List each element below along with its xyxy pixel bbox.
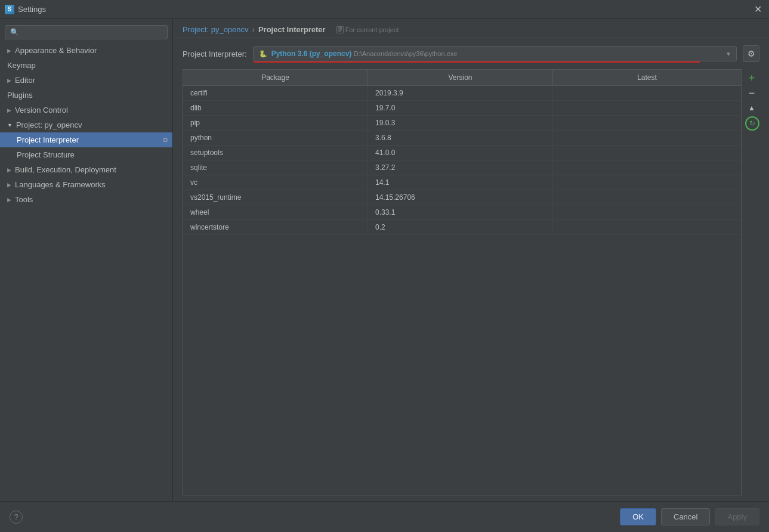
cell-package: sqlite [183, 160, 368, 175]
sidebar-item-plugins[interactable]: Plugins [0, 88, 172, 103]
cell-latest [553, 205, 741, 219]
arrow-icon: ▶ [7, 182, 11, 188]
interpreter-row: Project Interpreter: 🐍 Python 3.6 (py_op… [173, 38, 769, 69]
sidebar-item-label: Tools [15, 195, 33, 204]
cell-latest [553, 220, 741, 234]
cell-version: 41.0.0 [368, 146, 553, 160]
table-row[interactable]: setuptools 41.0.0 [183, 146, 741, 160]
add-package-button[interactable]: + [745, 72, 758, 85]
cell-version: 3.27.2 [368, 160, 553, 175]
table-row[interactable]: wheel 0.33.1 [183, 205, 741, 220]
tag-icon: 🗐 [336, 26, 344, 33]
arrow-icon: ▶ [7, 197, 11, 203]
col-latest: Latest [553, 70, 741, 85]
cell-latest [553, 175, 741, 190]
table-row[interactable]: wincertstore 0.2 [183, 220, 741, 235]
cell-latest [553, 101, 741, 115]
table-row[interactable]: vc 14.1 [183, 175, 741, 190]
sidebar-item-label: Languages & Frameworks [15, 180, 106, 189]
cell-version: 0.2 [368, 220, 553, 234]
sidebar-item-languages[interactable]: ▶ Languages & Frameworks ⧉ [0, 177, 172, 192]
table-row[interactable]: vs2015_runtime 14.15.26706 [183, 190, 741, 205]
bottom-left: ? [10, 511, 23, 524]
cell-version: 19.0.3 [368, 116, 553, 130]
cell-package: vs2015_runtime [183, 190, 368, 205]
apply-button[interactable]: Apply [715, 508, 759, 525]
search-box[interactable]: 🔍 [5, 25, 168, 39]
help-button[interactable]: ? [10, 511, 23, 524]
cell-latest [553, 131, 741, 145]
breadcrumb-project-link[interactable]: Project: py_opencv [183, 25, 249, 34]
cell-package: vc [183, 175, 368, 190]
cell-latest [553, 160, 741, 175]
cell-package: dlib [183, 101, 368, 115]
sidebar-item-project-interpreter[interactable]: Project Interpreter ⧉ [0, 132, 172, 147]
interpreter-name: Python 3.6 (py_opencv) [271, 50, 352, 58]
bottom-right: OK Cancel Apply [620, 508, 759, 525]
table-row[interactable]: dlib 19.7.0 [183, 101, 741, 116]
sidebar-item-build[interactable]: ▶ Build, Execution, Deployment [0, 162, 172, 177]
sidebar-item-label: Keymap [7, 61, 36, 70]
sidebar-item-label: Plugins [7, 91, 33, 100]
remove-package-button[interactable]: − [745, 86, 758, 100]
sidebar-item-project[interactable]: ▼ Project: py_opencv ⧉ [0, 117, 172, 132]
content-area: Project: py_opencv › Project Interpreter… [173, 19, 769, 501]
table-row[interactable]: pip 19.0.3 [183, 116, 741, 131]
interpreter-settings-button[interactable]: ⚙ [743, 45, 759, 62]
package-table: Package Version Latest certifi 2019.3.9 … [183, 69, 742, 496]
interpreter-display: Python 3.6 (py_opencv) D:\Anaconda\envs\… [271, 50, 723, 58]
breadcrumb-tag-label: For current project [345, 26, 399, 33]
arrow-icon: ▶ [7, 107, 11, 113]
arrow-icon: ▶ [7, 48, 11, 54]
cell-package: wheel [183, 205, 368, 219]
refresh-button[interactable]: ↻ [745, 116, 759, 131]
breadcrumb-tag: 🗐 For current project [336, 26, 399, 33]
app-icon: S [5, 5, 14, 14]
cell-package: setuptools [183, 146, 368, 160]
title-bar-left: S Settings [5, 5, 46, 14]
ok-button[interactable]: OK [620, 508, 656, 525]
table-area: Package Version Latest certifi 2019.3.9 … [183, 69, 759, 496]
cell-version: 0.33.1 [368, 205, 553, 219]
cell-package: python [183, 131, 368, 145]
cell-version: 2019.3.9 [368, 86, 553, 100]
cell-package: pip [183, 116, 368, 130]
breadcrumb: Project: py_opencv › Project Interpreter… [173, 19, 769, 38]
sidebar-item-appearance[interactable]: ▶ Appearance & Behavior ⧉ [0, 43, 172, 58]
interpreter-label: Project Interpreter: [183, 50, 247, 58]
cell-version: 3.6.8 [368, 131, 553, 145]
close-button[interactable]: ✕ [752, 4, 764, 16]
cell-latest [553, 146, 741, 160]
col-package: Package [183, 70, 368, 85]
sidebar-item-label: Editor [15, 76, 35, 85]
search-input[interactable] [21, 28, 162, 36]
cell-version: 14.1 [368, 175, 553, 190]
cell-version: 14.15.26706 [368, 190, 553, 205]
table-header: Package Version Latest [183, 70, 741, 86]
cell-package: wincertstore [183, 220, 368, 234]
bottom-bar: ? OK Cancel Apply [0, 501, 769, 532]
table-body: certifi 2019.3.9 dlib 19.7.0 pip 19.0.3 … [183, 86, 741, 496]
main-container: 🔍 ▶ Appearance & Behavior ⧉ Keymap ▶ Edi… [0, 19, 769, 501]
cancel-button[interactable]: Cancel [661, 508, 710, 525]
sidebar-item-label: Project Structure [17, 150, 75, 159]
sidebar-item-label: Appearance & Behavior [15, 46, 97, 55]
table-row[interactable]: sqlite 3.27.2 [183, 160, 741, 175]
copy-icon: ⧉ [163, 136, 168, 144]
sidebar-item-tools[interactable]: ▶ Tools [0, 192, 172, 207]
sidebar-item-keymap[interactable]: Keymap [0, 58, 172, 73]
sidebar-item-label: Project Interpreter [17, 135, 79, 144]
sidebar: 🔍 ▶ Appearance & Behavior ⧉ Keymap ▶ Edi… [0, 19, 173, 501]
sidebar-item-version-control[interactable]: ▶ Version Control ⧉ [0, 103, 172, 117]
search-icon: 🔍 [10, 28, 19, 36]
sidebar-item-label: Project: py_opencv [16, 120, 82, 129]
move-up-button[interactable]: ▲ [745, 101, 758, 115]
cell-package: certifi [183, 86, 368, 100]
sidebar-item-project-structure[interactable]: Project Structure ⧉ [0, 147, 172, 162]
table-row[interactable]: python 3.6.8 [183, 131, 741, 146]
table-row[interactable]: certifi 2019.3.9 [183, 86, 741, 101]
arrow-icon: ▶ [7, 78, 11, 83]
sidebar-item-editor[interactable]: ▶ Editor [0, 73, 172, 88]
interpreter-select[interactable]: 🐍 Python 3.6 (py_opencv) D:\Anaconda\env… [253, 46, 737, 61]
dropdown-arrow-icon: ▼ [725, 51, 731, 57]
